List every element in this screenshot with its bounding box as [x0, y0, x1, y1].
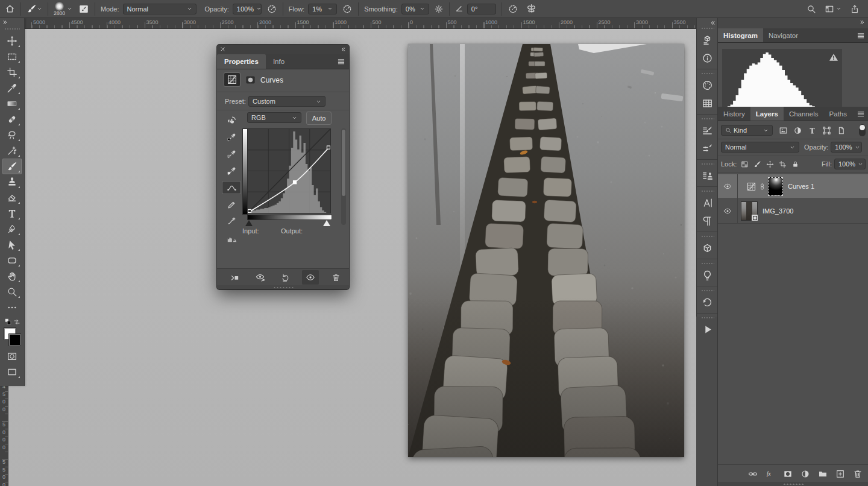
- pixel-layer-filter-icon[interactable]: [779, 126, 788, 135]
- workspace-icon[interactable]: [825, 4, 834, 14]
- preset-select[interactable]: Custom: [248, 96, 326, 107]
- add-mask-icon[interactable]: [783, 469, 793, 479]
- pressure-size-icon[interactable]: [508, 4, 518, 14]
- collapse-dock-icon[interactable]: [860, 19, 866, 25]
- layer-row[interactable]: Curves 1: [718, 174, 868, 199]
- learn-icon[interactable]: [699, 267, 717, 283]
- swatches-icon[interactable]: [699, 95, 717, 112]
- layer-effects-icon[interactable]: fx: [766, 469, 775, 479]
- toggle-brush-panel-icon[interactable]: [78, 4, 89, 14]
- brush-angle-input[interactable]: 0°: [467, 4, 496, 14]
- tab-navigator[interactable]: Navigator: [763, 28, 804, 42]
- layer-visibility-toggle[interactable]: [718, 199, 738, 223]
- tab-histogram[interactable]: Histogram: [718, 28, 763, 42]
- gradient-tool[interactable]: [2, 96, 22, 112]
- eyedropper-tool[interactable]: [2, 80, 22, 96]
- group-grip[interactable]: [701, 163, 714, 165]
- flow-select[interactable]: 1%: [308, 4, 337, 14]
- smoothing-select[interactable]: 0%: [401, 4, 429, 14]
- black-point-eyedropper-icon[interactable]: [222, 130, 241, 144]
- actions-icon[interactable]: [699, 321, 717, 338]
- histogram-warning-icon[interactable]: [222, 232, 241, 245]
- crop-tool[interactable]: [2, 65, 22, 80]
- blend-mode-select[interactable]: Normal: [123, 4, 197, 14]
- panel-menu-icon[interactable]: [857, 110, 865, 118]
- tab-properties[interactable]: Properties: [217, 54, 266, 69]
- default-colors-icon[interactable]: [4, 318, 12, 326]
- airbrush-icon[interactable]: [342, 4, 353, 14]
- shape-tool[interactable]: [2, 253, 22, 268]
- panel-menu-icon[interactable]: [857, 31, 865, 40]
- group-grip[interactable]: [701, 118, 714, 120]
- info-icon[interactable]: [699, 49, 717, 66]
- curves-graph[interactable]: [247, 128, 331, 213]
- spot-healing-brush-tool[interactable]: [2, 112, 22, 127]
- home-icon[interactable]: [5, 4, 15, 14]
- pen-tool[interactable]: [2, 221, 22, 237]
- move-tool[interactable]: [2, 33, 22, 49]
- adjustment-thumbnail[interactable]: [746, 181, 756, 192]
- opacity-select[interactable]: 100%: [233, 4, 262, 14]
- tab-info[interactable]: Info: [266, 54, 292, 69]
- dock-resize-handle[interactable]: [718, 482, 868, 486]
- channel-select[interactable]: RGB: [247, 112, 301, 123]
- mask-link-icon[interactable]: [758, 183, 766, 191]
- gear-icon[interactable]: [434, 4, 444, 14]
- quick-mask-toggle[interactable]: [2, 349, 22, 364]
- brush-settings-icon[interactable]: [699, 122, 717, 139]
- chevron-down-icon[interactable]: [37, 6, 42, 11]
- lock-position-icon[interactable]: [766, 160, 774, 168]
- adjustment-layer-filter-icon[interactable]: [793, 126, 802, 135]
- libraries-icon[interactable]: [699, 31, 717, 48]
- lock-paint-icon[interactable]: [753, 160, 761, 168]
- horizontal-ruler[interactable]: 5000450040003500300025002000150010005000…: [0, 18, 696, 29]
- layer-name[interactable]: Curves 1: [788, 183, 814, 190]
- group-grip[interactable]: [701, 262, 714, 265]
- panel-menu-icon[interactable]: [337, 57, 345, 66]
- reset-adjustment-icon[interactable]: [277, 270, 294, 285]
- layer-visibility-toggle[interactable]: [718, 174, 738, 198]
- layer-blend-mode-select[interactable]: Normal: [721, 142, 799, 153]
- layer-name[interactable]: IMG_3700: [763, 207, 793, 215]
- link-layers-icon[interactable]: [748, 469, 758, 479]
- character-icon[interactable]: [699, 194, 717, 211]
- black-point-slider[interactable]: [245, 220, 253, 226]
- scrollbar-thumb[interactable]: [342, 130, 345, 196]
- white-point-slider[interactable]: [323, 220, 330, 226]
- share-icon[interactable]: [850, 4, 860, 14]
- expand-toolbar-icon[interactable]: [0, 18, 11, 27]
- paragraph-icon[interactable]: [699, 212, 717, 229]
- rectangular-marquee-tool[interactable]: [2, 49, 22, 65]
- pencil-icon[interactable]: [222, 198, 241, 211]
- curves-adjustment-icon[interactable]: [224, 73, 240, 86]
- group-grip[interactable]: [701, 289, 714, 292]
- smooth-curve-icon[interactable]: [222, 215, 241, 228]
- brush-tool[interactable]: [2, 159, 22, 174]
- lock-artboard-icon[interactable]: [779, 160, 787, 168]
- background-color-swatch[interactable]: [9, 334, 20, 346]
- brush-tool-icon[interactable]: [27, 4, 37, 14]
- swap-colors-icon[interactable]: [13, 318, 20, 326]
- group-grip[interactable]: [701, 72, 714, 75]
- brushes-icon[interactable]: [699, 140, 717, 157]
- color-icon[interactable]: [699, 77, 717, 93]
- new-group-icon[interactable]: [818, 469, 828, 479]
- shape-layer-filter-icon[interactable]: [822, 126, 831, 135]
- group-grip[interactable]: [701, 190, 714, 192]
- layer-row[interactable]: IMG_3700: [718, 199, 868, 224]
- clone-stamp-tool[interactable]: [2, 174, 22, 190]
- symmetry-icon[interactable]: [526, 3, 537, 14]
- 3d-icon[interactable]: [699, 239, 717, 256]
- group-grip[interactable]: [701, 235, 714, 238]
- delete-adjustment-icon[interactable]: [327, 270, 344, 285]
- tab-paths[interactable]: Paths: [823, 107, 852, 121]
- lock-transparency-icon[interactable]: [741, 160, 749, 168]
- tab-layers[interactable]: Layers: [750, 107, 784, 121]
- eraser-tool[interactable]: [2, 190, 22, 206]
- lock-all-icon[interactable]: [791, 160, 799, 168]
- zoom-tool[interactable]: [2, 284, 22, 300]
- search-icon[interactable]: [807, 4, 816, 14]
- history-icon[interactable]: [699, 294, 717, 311]
- type-tool[interactable]: [2, 206, 22, 221]
- expand-panels-icon[interactable]: [707, 18, 718, 26]
